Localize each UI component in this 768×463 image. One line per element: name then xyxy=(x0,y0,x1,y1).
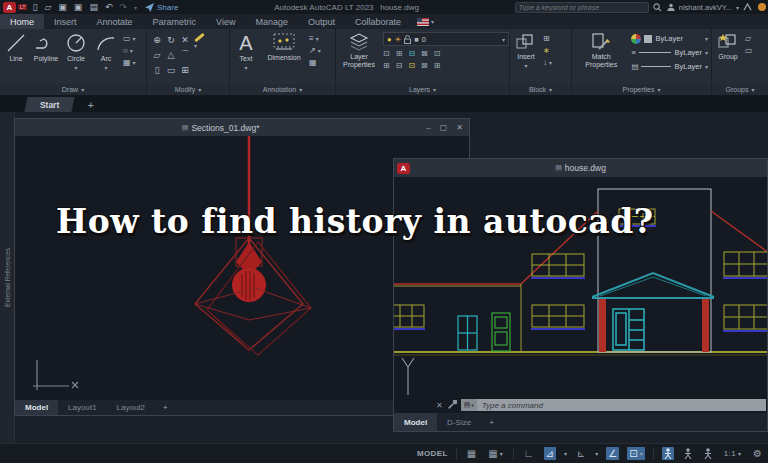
create-block-tool[interactable]: ⊞ xyxy=(543,34,552,43)
customization-button[interactable]: ⚙ xyxy=(751,447,764,460)
tab-insert[interactable]: Insert xyxy=(44,14,87,29)
tab-model[interactable]: Model xyxy=(15,400,58,415)
add-layout-button[interactable]: + xyxy=(155,400,176,415)
close-command-icon[interactable]: ✕ xyxy=(436,401,443,410)
layer-tool-icon[interactable]: ⊞ xyxy=(383,61,390,70)
stretch-icon[interactable]: ▯ xyxy=(155,65,160,75)
layer-tool-icon[interactable]: ⊠ xyxy=(421,49,428,58)
object-snap-tracking-toggle[interactable]: ∠ xyxy=(606,447,619,460)
tab-start[interactable]: Start xyxy=(24,97,75,112)
tab-layout1[interactable]: Layout1 xyxy=(58,400,106,415)
polyline-button[interactable]: Polyline xyxy=(33,32,59,63)
external-references-palette[interactable]: External References xyxy=(0,112,15,443)
open-file-icon[interactable]: ▱ xyxy=(44,2,51,12)
circle-button[interactable]: Circle ▾ xyxy=(63,32,89,71)
redo-icon[interactable]: ↷ xyxy=(119,2,127,12)
match-properties-button[interactable]: Match Properties xyxy=(575,32,627,68)
erase-icon[interactable] xyxy=(194,33,204,42)
move-icon[interactable]: ⊕ xyxy=(153,35,161,45)
annotation-scale-dropdown[interactable]: 1:1 ▾ xyxy=(722,448,743,459)
dimension-button[interactable]: Dimension xyxy=(263,32,305,62)
tab-annotate[interactable]: Annotate xyxy=(87,14,143,29)
attribute-tool[interactable]: ∗ xyxy=(543,46,552,55)
polar-caret-icon[interactable]: ▾ xyxy=(564,450,567,457)
tab-output[interactable]: Output xyxy=(298,14,345,29)
group-button[interactable]: Group xyxy=(715,32,741,61)
command-menu-icon[interactable]: ▤▾ xyxy=(461,399,477,411)
tab-collaborate[interactable]: Collaborate xyxy=(345,14,411,29)
share-button[interactable]: Share xyxy=(145,3,178,12)
object-color-dropdown[interactable]: ByLayer ▾ xyxy=(631,32,708,45)
arc-button[interactable]: Arc ▾ xyxy=(93,32,119,71)
command-bar[interactable]: ▤▾ xyxy=(461,399,766,411)
close-button[interactable]: ✕ xyxy=(456,123,463,132)
search-box[interactable] xyxy=(515,2,649,13)
isodraft-toggle[interactable]: ⊾ xyxy=(575,447,587,460)
annotation-panel-label[interactable]: Annotation ▾ xyxy=(230,84,335,95)
tab-d-size[interactable]: D-Size xyxy=(437,413,481,431)
layers-panel-label[interactable]: Layers ▾ xyxy=(336,84,509,95)
house-title-bar[interactable]: A ▤ house.dwg xyxy=(394,159,767,177)
locale-flag-menu[interactable]: ▾ xyxy=(417,14,434,29)
new-drawing-tab-button[interactable]: + xyxy=(87,97,93,112)
customize-wrench-icon[interactable] xyxy=(447,400,457,410)
notification-icon[interactable] xyxy=(758,3,766,11)
tab-manage[interactable]: Manage xyxy=(245,14,298,29)
group-edit-tool[interactable]: ▭ xyxy=(745,46,753,55)
tab-layout2[interactable]: Layout2 xyxy=(107,400,155,415)
polar-tracking-toggle[interactable]: ⊿ xyxy=(544,447,556,460)
lineweight-dropdown[interactable]: ≡ ByLayer ▾ xyxy=(631,46,708,59)
draw-panel-label[interactable]: Draw ▾ xyxy=(0,84,146,95)
copy-icon[interactable]: ▱ xyxy=(154,50,161,60)
layer-tool-icon[interactable]: ⊞ xyxy=(396,49,403,58)
modify-panel-label[interactable]: Modify ▾ xyxy=(147,84,229,95)
tab-view[interactable]: View xyxy=(206,14,245,29)
rotate-icon[interactable]: ↻ xyxy=(167,35,175,45)
layer-tool-icon[interactable]: ⊡ xyxy=(408,61,415,70)
insert-block-button[interactable]: Insert ▾ xyxy=(513,32,539,69)
model-space-label[interactable]: MODEL xyxy=(417,449,448,458)
layer-properties-button[interactable]: Layer Properties xyxy=(339,32,379,68)
new-file-icon[interactable]: ▯ xyxy=(32,2,37,12)
ortho-toggle[interactable]: ∟ xyxy=(522,447,536,460)
trim-icon[interactable]: ✕ xyxy=(181,35,189,45)
tab-model-house[interactable]: Model xyxy=(394,413,437,431)
object-snap-toggle[interactable]: ⊡ ▾ xyxy=(627,447,644,460)
mleader-tool[interactable]: ↗ ▾ xyxy=(309,46,321,55)
ellipse-tool[interactable]: ○ ▾ xyxy=(123,46,136,55)
snap-toggle[interactable]: ▦ ▾ xyxy=(486,447,504,460)
qat-dropdown-icon[interactable]: ▾ xyxy=(134,4,137,11)
linetype-dropdown[interactable]: ▤ ByLayer ▾ xyxy=(631,60,708,73)
mirror-icon[interactable]: △ xyxy=(168,50,175,60)
properties-panel-label[interactable]: Properties ▾ xyxy=(572,84,711,95)
autodesk-triangle-icon[interactable] xyxy=(743,3,752,11)
layer-tool-icon[interactable]: ⊞ xyxy=(434,61,441,70)
array-icon[interactable]: ⊞ xyxy=(181,65,189,75)
layer-tool-icon[interactable]: ⊡ xyxy=(434,49,441,58)
autocad-logo-icon[interactable]: A xyxy=(3,2,16,13)
layer-tool-icon[interactable]: ⊠ xyxy=(421,61,428,70)
tab-parametric[interactable]: Parametric xyxy=(143,14,207,29)
ungroup-tool[interactable]: ▱ xyxy=(745,34,753,43)
sections-title-bar[interactable]: ▤ Sections_01.dwg* – ▢ ✕ xyxy=(15,119,469,136)
window-house[interactable]: A ▤ house.dwg xyxy=(393,158,768,432)
search-input[interactable] xyxy=(516,4,648,11)
annotation-scale-person[interactable] xyxy=(702,447,714,460)
annotation-visibility-toggle[interactable] xyxy=(662,447,674,460)
autoscale-toggle[interactable] xyxy=(682,447,694,460)
layer-tool-icon[interactable]: ⊡ xyxy=(383,49,390,58)
grid-toggle[interactable]: ▦ xyxy=(465,447,478,460)
undo-icon[interactable]: ↶ xyxy=(105,2,113,12)
layer-dropdown[interactable]: ● ☀ ■ 0 ▾ xyxy=(383,32,509,46)
tab-home[interactable]: Home xyxy=(0,14,44,29)
layer-tool-icon[interactable]: ⊟ xyxy=(396,61,403,70)
fillet-icon[interactable]: ⌒ xyxy=(181,48,190,61)
minimize-button[interactable]: – xyxy=(426,123,430,132)
command-input[interactable] xyxy=(477,401,766,410)
add-layout-button-house[interactable]: + xyxy=(481,413,502,431)
restore-button[interactable]: ▢ xyxy=(440,123,448,132)
line-button[interactable]: Line xyxy=(3,32,29,63)
leader-tool[interactable]: ≡ ▾ xyxy=(309,34,321,43)
table-tool[interactable]: ▦ xyxy=(309,58,321,67)
block-editor-tool[interactable]: ↓ ▾ xyxy=(543,58,552,67)
